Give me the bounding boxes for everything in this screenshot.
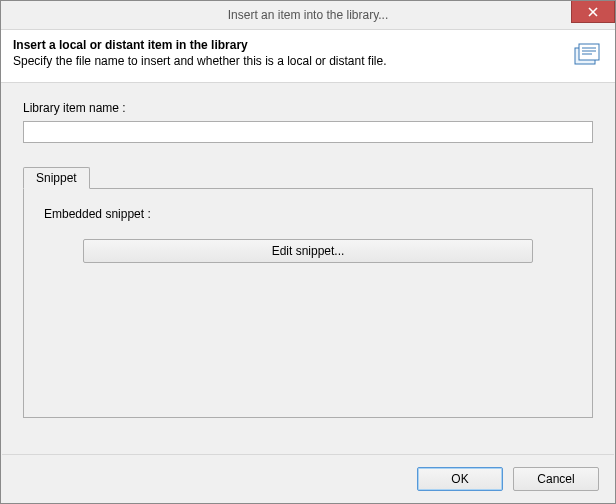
svg-rect-3 (579, 44, 599, 60)
window-title: Insert an item into the library... (1, 8, 615, 22)
close-button[interactable] (571, 1, 615, 23)
cancel-button[interactable]: Cancel (513, 467, 599, 491)
tab-strip: Snippet (23, 167, 593, 188)
body-area: Library item name : Snippet Embedded sni… (1, 83, 615, 428)
library-item-input[interactable] (23, 121, 593, 143)
snippet-panel: Embedded snippet : Edit snippet... (23, 188, 593, 418)
library-item-label: Library item name : (23, 101, 593, 115)
embedded-snippet-label: Embedded snippet : (44, 207, 572, 221)
tab-area: Snippet Embedded snippet : Edit snippet.… (23, 167, 593, 418)
header-panel: Insert a local or distant item in the li… (1, 29, 615, 83)
titlebar: Insert an item into the library... (1, 1, 615, 29)
header-subtitle: Specify the file name to insert and whet… (13, 54, 387, 68)
ok-button[interactable]: OK (417, 467, 503, 491)
header-title: Insert a local or distant item in the li… (13, 38, 387, 52)
dialog-window: Insert an item into the library... Inser… (0, 0, 616, 504)
header-text: Insert a local or distant item in the li… (13, 38, 387, 68)
footer: OK Cancel (1, 455, 615, 503)
tab-snippet[interactable]: Snippet (23, 167, 90, 189)
edit-snippet-button[interactable]: Edit snippet... (83, 239, 533, 263)
close-icon (588, 7, 598, 17)
library-icon (571, 40, 603, 72)
